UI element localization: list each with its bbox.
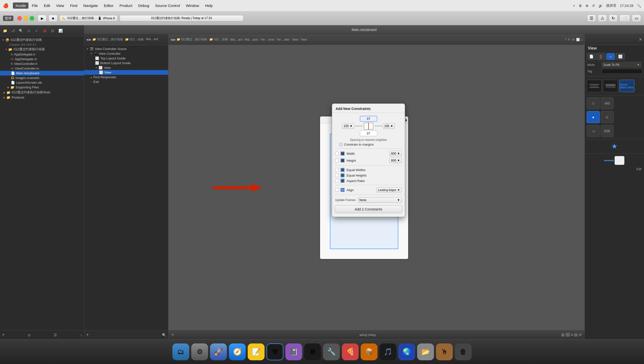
width-dropdown[interactable]: 600 ▼ <box>389 151 402 156</box>
nav-search-icon[interactable]: 🔍 <box>18 28 24 34</box>
file-appdelegateh[interactable]: h AppDelegate.h <box>0 52 84 57</box>
width-checkbox[interactable] <box>335 152 338 155</box>
menubar-search-icon[interactable]: 🔍 <box>637 4 641 8</box>
grid-icon[interactable]: ⊞ <box>561 332 564 337</box>
dock-music[interactable]: 🎵 <box>380 344 396 360</box>
scene-add-btn[interactable]: + <box>86 332 89 338</box>
tests-group[interactable]: ▶ 📁 012通过约束执行动画Tests <box>0 90 84 95</box>
thumb-template-3[interactable]: Visual Effect View <box>620 80 634 92</box>
nav-debug-icon[interactable]: 🐞 <box>42 28 48 34</box>
align-icon[interactable]: ≡ <box>571 333 573 337</box>
align-checkbox[interactable] <box>335 188 338 192</box>
file-images[interactable]: 🖼 Images.xcassets <box>0 76 84 80</box>
thumb-template-1[interactable] <box>587 80 602 92</box>
products-group[interactable]: ▶ 📁 Products <box>0 95 84 100</box>
canvas-settings-icon[interactable]: ⚙ <box>572 38 575 41</box>
dock-onenote[interactable]: 📓 <box>285 344 302 360</box>
main-group[interactable]: ▼ 📂 012通过约束执行动画 <box>0 46 84 52</box>
canvas-panel-icon[interactable]: ⬜ <box>576 38 580 41</box>
toolbar-hide-panel[interactable]: ▭ <box>632 14 641 22</box>
file-launchscreen[interactable]: 📄 LaunchScreen.xib <box>0 80 84 85</box>
file-mainstoryboard[interactable]: 📄 Main.storyboard <box>0 71 84 76</box>
align-btn-5[interactable]: ◁ <box>587 125 600 137</box>
nav-test-icon[interactable]: ✓ <box>34 28 40 34</box>
menubar-window[interactable]: Window <box>183 2 201 9</box>
menubar-product[interactable]: Product <box>117 2 135 9</box>
dock-tools[interactable]: 🔧 <box>323 344 340 360</box>
dock-app15[interactable]: 🖱 <box>436 344 453 360</box>
equal-heights-checkbox[interactable] <box>335 174 338 177</box>
vc-item[interactable]: ▼ 📱 View Controller <box>84 51 168 56</box>
dock-valentina[interactable]: 🍕 <box>342 344 359 360</box>
top-layout-item[interactable]: ⬜ Top Layout Guide <box>84 56 168 61</box>
menubar-xcode[interactable]: Xcode <box>13 2 28 9</box>
nav-warning-icon[interactable]: ⚠ <box>26 28 32 34</box>
white-box-btn[interactable] <box>614 156 624 165</box>
align-btn-1[interactable]: ○ <box>587 97 600 109</box>
view-parent-item[interactable]: ▼ ⬜ View <box>84 65 168 70</box>
menubar-navigate[interactable]: Navigate <box>81 2 100 9</box>
apple-menu[interactable]: 🍎 <box>3 3 8 8</box>
file-appdelegatem[interactable]: m AppDelegate.m <box>0 57 84 62</box>
nav-group-icon[interactable]: ☰ <box>54 333 57 337</box>
scene-root[interactable]: ▼ 🎬 View Controller Scene <box>84 45 168 51</box>
dock-files[interactable]: 📂 <box>417 344 434 360</box>
canvas-help-icon[interactable]: ? <box>565 38 566 41</box>
c-dropdown-left[interactable]: 155 ▼ <box>342 123 354 129</box>
dock-terminal[interactable]: 🖥 <box>304 344 321 360</box>
scene-filter-btn[interactable]: 🔍 <box>162 333 166 337</box>
tag-input[interactable] <box>602 69 642 74</box>
dock-filezilla[interactable]: 📦 <box>361 344 378 360</box>
dock-launchpad[interactable]: 🚀 <box>210 344 227 360</box>
dock-finder[interactable]: 🗂 <box>172 344 189 360</box>
aspect-ratio-checkbox[interactable] <box>335 179 338 182</box>
minimize-button[interactable] <box>24 16 28 20</box>
pin-icon[interactable]: ⊞ <box>574 332 577 337</box>
nav-add-icon[interactable]: + <box>2 332 5 338</box>
insp-brace-icon[interactable]: {} <box>596 53 605 60</box>
menubar-source-control[interactable]: Source Control <box>152 2 182 9</box>
dock-xcode[interactable]: ⚒ <box>266 344 283 360</box>
canvas-add-icon[interactable]: + <box>172 332 174 338</box>
add-constraints-button[interactable]: Add 2 Constraints <box>335 205 402 213</box>
equal-widths-checkbox[interactable] <box>335 168 338 172</box>
dock-browser[interactable]: 🌏 <box>398 344 415 360</box>
top-constraint-input[interactable] <box>360 116 377 122</box>
height-dropdown[interactable]: 600 ▼ <box>389 158 402 163</box>
supporting-files-group[interactable]: ▶ 📁 Supporting Files <box>0 85 84 90</box>
menubar-file[interactable]: File <box>30 2 40 9</box>
align-btn-3[interactable]: ● <box>587 111 600 123</box>
view-child-item[interactable]: ⬜ View <box>84 70 168 75</box>
align-dropdown[interactable]: Leading Edges ▼ <box>376 188 402 192</box>
run-button[interactable]: ▶ <box>38 15 46 22</box>
nav-sort-icon[interactable]: ↕ <box>80 333 82 337</box>
canvas-chevron-icon[interactable]: ⟩ <box>581 38 582 41</box>
canvas-refresh-icon[interactable]: ↻ <box>568 38 570 41</box>
inspector-close-icon[interactable]: ✕ <box>639 37 642 42</box>
align-btn-4[interactable]: ⊙ <box>601 111 614 123</box>
dock-safari[interactable]: 🧭 <box>229 344 246 360</box>
breadcrumb-prev[interactable]: ◀ ▶ <box>86 38 92 41</box>
menubar-find[interactable]: Find <box>68 2 80 9</box>
dock-trash[interactable]: 🗑 <box>455 344 472 360</box>
nav-report-icon[interactable]: 📊 <box>58 28 64 34</box>
first-responder-item[interactable]: ⬥ First Responder <box>84 75 168 80</box>
scheme-selector[interactable]: 📐 012通过…·执行动画 › 📱 iPhone 6 <box>60 15 118 21</box>
align-btn-edit[interactable]: Edit <box>601 125 614 137</box>
nav-source-icon[interactable]: ⎇ <box>10 28 16 34</box>
exit-item[interactable]: ⬦ Exit <box>84 80 168 84</box>
constrain-margins-checkbox[interactable] <box>339 143 342 146</box>
update-frames-dropdown[interactable]: None ▼ <box>358 197 402 203</box>
menubar-debug[interactable]: Debug <box>136 2 152 9</box>
thumb-template-2[interactable] <box>603 80 618 92</box>
stop-button[interactable]: ■ <box>48 15 58 22</box>
file-viewcontrollerm[interactable]: m ViewController.m <box>0 66 84 71</box>
align-btn-2[interactable]: iAd <box>601 97 614 109</box>
insp-size-icon[interactable]: ⬜ <box>616 53 625 60</box>
menubar-editor[interactable]: Editor <box>101 2 116 9</box>
canvas-breadcrumb-nav[interactable]: ◀ ▶ <box>170 38 176 41</box>
nav-breakpoint-icon[interactable]: ⊡ <box>50 28 56 34</box>
bottom-constraint-input[interactable] <box>360 130 377 136</box>
insp-circle-icon[interactable]: ○ <box>606 53 615 60</box>
close-button[interactable] <box>17 16 22 20</box>
